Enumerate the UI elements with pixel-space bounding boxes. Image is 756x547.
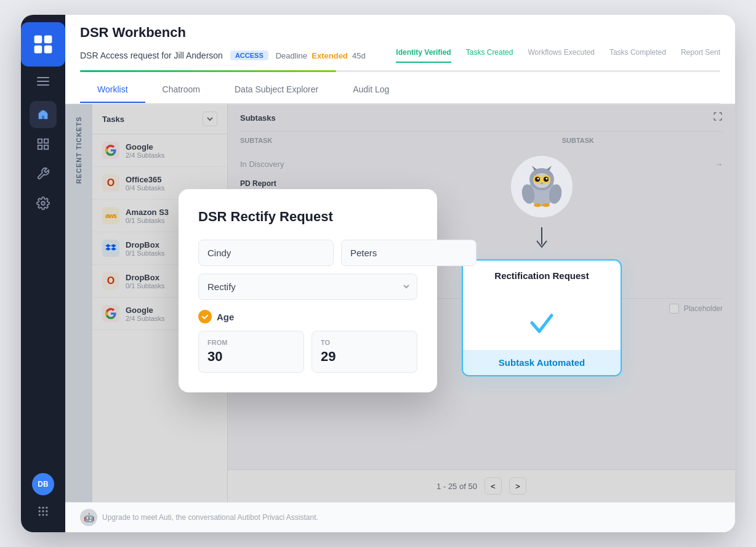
svg-point-11: [42, 507, 44, 509]
main-content: DSR Workbench DSR Access request for Jil…: [65, 15, 735, 532]
step-workflows: Workflows Executed: [528, 48, 595, 63]
step-report: Report Sent: [681, 48, 720, 63]
svg-point-16: [39, 514, 41, 516]
first-name-input[interactable]: [198, 240, 334, 266]
sidebar-item-dashboard[interactable]: [30, 131, 57, 158]
age-label: Age: [217, 312, 234, 322]
nav-icons: [21, 101, 65, 217]
to-label: To: [321, 339, 408, 346]
svg-point-9: [41, 201, 45, 205]
check-badge-icon: [198, 310, 212, 323]
svg-rect-3: [44, 46, 52, 54]
last-name-input[interactable]: [341, 240, 477, 266]
apps-grid-icon[interactable]: [32, 500, 54, 522]
deadline-extended: Extended: [312, 51, 348, 60]
svg-point-14: [42, 510, 44, 512]
tab-audit-log[interactable]: Audit Log: [336, 77, 406, 103]
tab-chatroom[interactable]: Chatroom: [145, 77, 217, 103]
top-bar: DSR Workbench DSR Access request for Jil…: [65, 15, 735, 104]
down-arrow: [534, 227, 549, 249]
deadline-info: Deadline Extended 45d: [276, 51, 366, 60]
page-title: DSR Workbench: [80, 25, 720, 41]
to-field: To 29: [312, 331, 417, 373]
access-badge: ACCESS: [230, 51, 268, 60]
section-label: Age: [198, 310, 417, 323]
step-completed: Tasks Completed: [609, 48, 666, 63]
svg-point-29: [546, 178, 548, 180]
tab-data-subject[interactable]: Data Subject Explorer: [217, 77, 336, 103]
svg-point-33: [534, 203, 541, 207]
blue-check-icon: [525, 306, 559, 340]
request-title: DSR Access request for Jill Anderson: [80, 51, 223, 60]
svg-rect-6: [44, 139, 48, 143]
dsr-modal: DSR Rectify Request Rectify: [179, 189, 437, 392]
svg-rect-8: [44, 145, 48, 149]
request-type-select[interactable]: Rectify: [198, 274, 417, 300]
sidebar-item-tools[interactable]: [30, 160, 57, 187]
svg-point-17: [42, 514, 44, 516]
tabs-row: Worklist Chatroom Data Subject Explorer …: [80, 77, 720, 103]
svg-rect-2: [34, 46, 42, 54]
to-value: 29: [321, 349, 408, 365]
modal-overlay: DSR Rectify Request Rectify: [65, 104, 735, 502]
rectification-footer: Subtask Automated: [463, 350, 621, 375]
age-fields: FROM 30 To 29: [198, 331, 417, 373]
progress-fill: [80, 70, 336, 72]
step-tasks: Tasks Created: [466, 48, 513, 63]
svg-rect-7: [38, 145, 42, 149]
owl-mascot: [511, 156, 573, 217]
svg-point-13: [39, 510, 41, 512]
rectification-check-area: [463, 291, 621, 350]
owl-circle: [511, 156, 573, 217]
owl-icon: [517, 162, 566, 211]
sidebar: DB: [21, 15, 65, 532]
logo-icon: [32, 33, 54, 55]
svg-rect-5: [38, 139, 42, 143]
autibot-avatar: 🤖: [80, 509, 97, 526]
page-body: Recent Tickets Tasks: [65, 104, 735, 502]
progress-bar: [80, 70, 720, 72]
svg-point-10: [39, 507, 41, 509]
from-label: FROM: [207, 339, 295, 346]
name-row: [198, 240, 417, 266]
upgrade-text: Upgrade to meet Auti, the conversational…: [102, 513, 318, 522]
down-arrow-icon: [534, 227, 549, 249]
progress-steps: Identity Verified Tasks Created Workflow…: [396, 48, 720, 63]
sidebar-item-home[interactable]: [30, 101, 57, 128]
step-identity: Identity Verified: [396, 48, 451, 63]
svg-rect-0: [34, 36, 42, 44]
svg-point-12: [46, 507, 47, 509]
svg-point-15: [46, 510, 47, 512]
menu-toggle[interactable]: [33, 71, 53, 91]
from-value: 30: [207, 349, 295, 365]
user-avatar[interactable]: DB: [32, 473, 54, 495]
svg-point-18: [46, 514, 47, 516]
upgrade-bar: 🤖 Upgrade to meet Auti, the conversation…: [65, 502, 735, 532]
tab-worklist[interactable]: Worklist: [80, 77, 145, 103]
logo[interactable]: [21, 22, 65, 67]
svg-point-28: [537, 178, 539, 180]
rectification-header: Rectification Request: [463, 261, 621, 291]
rectification-box: Rectification Request Subtask Automated: [462, 259, 622, 376]
svg-rect-1: [44, 36, 52, 44]
sidebar-item-settings[interactable]: [30, 190, 57, 217]
request-info: DSR Access request for Jill Anderson ACC…: [80, 48, 720, 63]
request-type-wrapper: Rectify: [198, 274, 417, 300]
svg-point-34: [542, 203, 550, 207]
modal-title: DSR Rectify Request: [198, 209, 417, 225]
from-field: FROM 30: [198, 331, 304, 373]
sidebar-bottom: DB: [32, 473, 54, 532]
right-panel: Rectification Request Subtask Automated: [462, 156, 622, 376]
